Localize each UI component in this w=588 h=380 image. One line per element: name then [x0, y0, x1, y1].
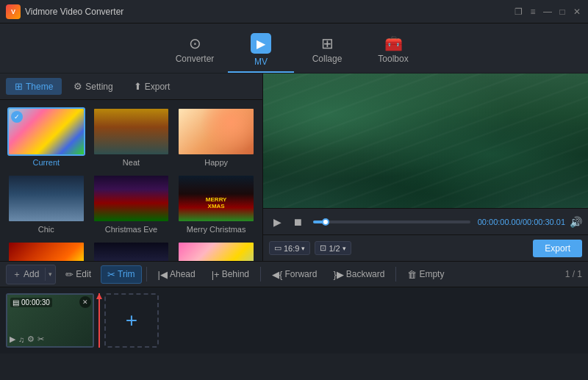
- minimize-button[interactable]: —: [542, 7, 553, 17]
- theme-grid: ✓ Current Neat Happy: [0, 100, 262, 261]
- theme-current[interactable]: ✓ Current: [6, 106, 87, 168]
- export-icon: ⬆: [134, 81, 142, 92]
- restore-button[interactable]: ❐: [513, 7, 523, 17]
- maximize-button[interactable]: □: [557, 7, 567, 17]
- export-label: Export: [145, 82, 171, 92]
- edit-button[interactable]: ✏ Edit: [59, 265, 98, 284]
- ahead-icon: |◀: [158, 269, 168, 280]
- timeline-playhead: [98, 293, 100, 348]
- bottom-controls: ▭ 16:9 ▾ ⊡ 1/2 ▾ Export: [263, 234, 588, 261]
- backward-label: Backward: [346, 269, 385, 279]
- video-controls: ▶ ⏹ 00:00:00.00/00:00:30.01 🔊: [263, 208, 588, 234]
- aspect-ratio-chevron: ▾: [301, 245, 305, 252]
- sub-tabs: ⊞ Theme ⚙ Setting ⬆ Export: [0, 74, 262, 100]
- trim-button[interactable]: ✂ Trim: [101, 265, 142, 284]
- toolbox-icon: 🧰: [384, 36, 403, 51]
- theme-snowy-night[interactable]: Snowy Night: [91, 240, 172, 261]
- theme-happy[interactable]: Happy: [176, 106, 257, 168]
- close-button[interactable]: ✕: [572, 7, 582, 17]
- ahead-button[interactable]: |◀ Ahead: [151, 265, 202, 284]
- app-title: Vidmore Video Converter: [25, 7, 123, 17]
- video-clip-icon: ▤: [12, 298, 19, 306]
- theme-chic[interactable]: Chic: [6, 173, 87, 235]
- add-dropdown-arrow[interactable]: ▾: [45, 268, 55, 281]
- converter-label: Converter: [176, 54, 215, 64]
- wave-overlay: [263, 74, 588, 208]
- theme-neat[interactable]: Neat: [91, 106, 172, 168]
- timeline-clip-1[interactable]: ✕ ▤ 00:00:30 ▶ ♫ ⚙ ✂: [6, 293, 94, 348]
- backward-icon: }▶: [333, 269, 343, 280]
- separator-2: [260, 267, 261, 282]
- titlebar-left: V Vidmore Video Converter: [6, 4, 123, 19]
- add-label: Add: [24, 269, 39, 279]
- collage-icon: ⊞: [321, 36, 334, 51]
- titlebar: V Vidmore Video Converter ❐ ≡ — □ ✕: [0, 0, 588, 24]
- progress-bar[interactable]: [313, 221, 470, 223]
- theme-christmas-eve-label: Christmas Eve: [105, 225, 158, 234]
- forward-icon: ◀{: [272, 269, 282, 280]
- sub-tab-setting[interactable]: ⚙ Setting: [65, 78, 121, 95]
- theme-merry-christmas[interactable]: MERRYXMAS Merry Christmas: [176, 173, 257, 235]
- clip-count-value: 1/2: [329, 244, 340, 253]
- add-main-button[interactable]: ＋ Add: [7, 265, 45, 284]
- sub-tab-theme[interactable]: ⊞ Theme: [6, 78, 62, 95]
- theme-happy-label: Happy: [204, 158, 228, 167]
- clip-controls: ▶ ♫ ⚙ ✂: [10, 334, 44, 344]
- collage-label: Collage: [312, 54, 343, 64]
- aspect-ratio-value: 16:9: [284, 244, 299, 253]
- setting-icon: ⚙: [74, 81, 82, 92]
- theme-neat-label: Neat: [123, 158, 140, 167]
- sub-tab-export[interactable]: ⬆ Export: [125, 78, 179, 95]
- add-button-group: ＋ Add ▾: [6, 265, 56, 284]
- theme-santa-claus[interactable]: Santa Claus: [6, 240, 87, 261]
- theme-check-icon: ✓: [11, 111, 23, 123]
- empty-icon: 🗑: [407, 269, 417, 280]
- app-logo: V: [6, 4, 21, 19]
- clip-settings-icon[interactable]: ⚙: [27, 334, 35, 344]
- theme-label: Theme: [26, 82, 53, 92]
- volume-icon[interactable]: 🔊: [570, 216, 582, 228]
- backward-button[interactable]: }▶ Backward: [326, 265, 391, 284]
- forward-label: Forward: [284, 269, 317, 279]
- play-button[interactable]: ▶: [269, 214, 285, 230]
- progress-dot: [322, 218, 329, 226]
- video-preview: [263, 74, 588, 208]
- empty-button[interactable]: 🗑 Empty: [401, 265, 451, 284]
- stop-button[interactable]: ⏹: [290, 214, 306, 230]
- edit-label: Edit: [76, 269, 91, 279]
- mv-icon: ▶: [251, 33, 271, 54]
- clip-play-icon[interactable]: ▶: [10, 334, 15, 344]
- tab-converter[interactable]: ⊙ Converter: [162, 29, 228, 73]
- clip-count-chevron: ▾: [343, 245, 346, 252]
- tab-toolbox[interactable]: 🧰 Toolbox: [360, 29, 426, 73]
- clip-sound-icon[interactable]: ♫: [18, 335, 24, 344]
- theme-christmas-eve[interactable]: Christmas Eve: [91, 173, 172, 235]
- top-nav: ⊙ Converter ▶ MV ⊞ Collage 🧰 Toolbox: [0, 24, 588, 74]
- tab-collage[interactable]: ⊞ Collage: [294, 29, 360, 73]
- clip-count-select[interactable]: ⊡ 1/2 ▾: [315, 241, 351, 255]
- tab-mv[interactable]: ▶ MV: [228, 29, 294, 73]
- add-clip-icon: +: [126, 309, 137, 332]
- separator-3: [395, 267, 396, 282]
- clip-time-value: 00:00:30: [21, 298, 50, 306]
- behind-button[interactable]: |+ Behind: [205, 265, 256, 284]
- clip-cut-icon[interactable]: ✂: [37, 334, 44, 344]
- timeline-add-button[interactable]: +: [104, 293, 159, 348]
- clip-time-display: ▤ 00:00:30: [10, 298, 52, 307]
- theme-chic-label: Chic: [38, 225, 54, 234]
- ahead-label: Ahead: [170, 269, 196, 279]
- theme-current-label: Current: [32, 158, 60, 167]
- trim-label: Trim: [118, 269, 135, 279]
- theme-merry-christmas-label: Merry Christmas: [187, 225, 246, 234]
- toolbox-label: Toolbox: [378, 54, 408, 64]
- theme-icon: ⊞: [15, 81, 23, 92]
- timeline: ✕ ▤ 00:00:30 ▶ ♫ ⚙ ✂ +: [0, 287, 588, 354]
- titlebar-controls: ❐ ≡ — □ ✕: [513, 7, 582, 17]
- behind-icon: |+: [212, 269, 220, 280]
- theme-stripes-waves[interactable]: Stripes & Waves: [176, 240, 257, 261]
- clip-close-button[interactable]: ✕: [79, 296, 91, 308]
- forward-button[interactable]: ◀{ Forward: [265, 265, 323, 284]
- menu-button[interactable]: ≡: [528, 7, 538, 17]
- export-button[interactable]: Export: [533, 240, 582, 257]
- aspect-ratio-select[interactable]: ▭ 16:9 ▾: [269, 241, 310, 255]
